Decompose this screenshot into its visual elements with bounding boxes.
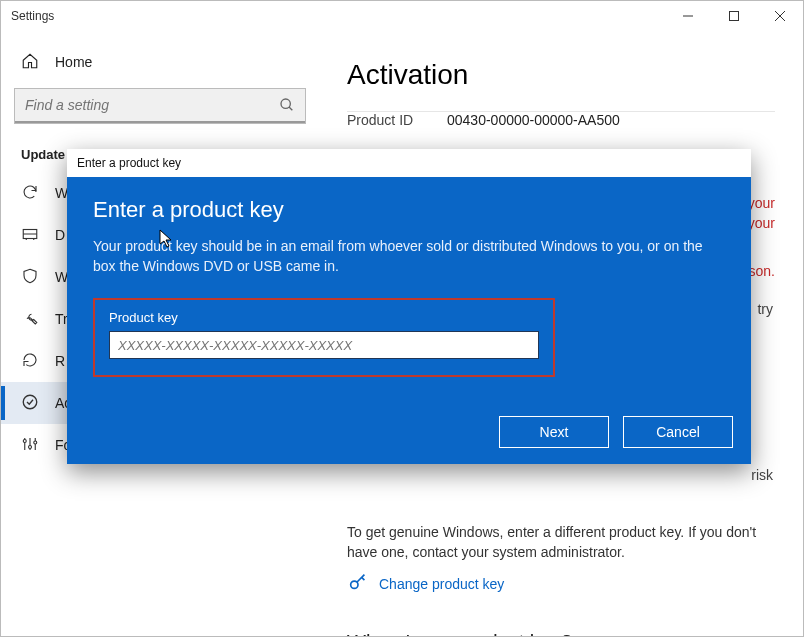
product-key-label: Product key (109, 310, 539, 325)
svg-line-5 (289, 107, 292, 110)
page-title: Activation (347, 59, 775, 91)
home-label: Home (55, 54, 92, 70)
titlebar: Settings (1, 1, 803, 31)
sync-icon (21, 183, 39, 204)
product-key-dialog: Enter a product key Enter a product key … (67, 149, 751, 464)
home-icon (21, 52, 39, 73)
wheres-heading: Where's my product key? (347, 631, 572, 636)
minimize-button[interactable] (665, 1, 711, 31)
key-icon (347, 571, 369, 596)
sidebar-item-label: Tr (55, 311, 68, 327)
window-controls (665, 1, 803, 31)
settings-window: Settings Home (0, 0, 804, 637)
error-text-fragment: your (748, 215, 775, 231)
error-text-fragment: your (748, 195, 775, 211)
maximize-button[interactable] (711, 1, 757, 31)
dialog-heading: Enter a product key (93, 197, 725, 223)
dialog-titlebar: Enter a product key (67, 149, 751, 177)
dialog-buttons: Next Cancel (499, 416, 733, 448)
dialog-description: Your product key should be in an email f… (93, 237, 725, 276)
text-fragment: try (757, 301, 773, 317)
cancel-button[interactable]: Cancel (623, 416, 733, 448)
search-wrap (15, 89, 305, 123)
recovery-icon (21, 351, 39, 372)
svg-point-8 (23, 439, 26, 442)
svg-point-9 (29, 445, 32, 448)
window-title: Settings (11, 9, 54, 23)
sidebar-item-label: D (55, 227, 65, 243)
product-id-value: 00430-00000-00000-AA500 (447, 112, 620, 128)
delivery-icon (21, 225, 39, 246)
sliders-icon (21, 435, 39, 456)
sidebar-home[interactable]: Home (1, 41, 319, 83)
check-icon (21, 393, 39, 414)
dialog-body: Enter a product key Your product key sho… (67, 177, 751, 377)
svg-point-4 (281, 99, 290, 108)
product-key-field-group: Product key (93, 298, 555, 377)
genuine-text: To get genuine Windows, enter a differen… (347, 523, 775, 562)
shield-icon (21, 267, 39, 288)
text-fragment: risk (751, 467, 773, 483)
svg-point-11 (351, 581, 358, 588)
search-input[interactable] (15, 89, 305, 123)
close-button[interactable] (757, 1, 803, 31)
svg-point-10 (34, 441, 37, 444)
product-id-row: Product ID 00430-00000-00000-AA500 (347, 112, 775, 128)
product-id-label: Product ID (347, 112, 447, 128)
next-button[interactable]: Next (499, 416, 609, 448)
wrench-icon (21, 309, 39, 330)
svg-point-7 (23, 395, 37, 409)
sidebar-item-label: R (55, 353, 65, 369)
search-icon (279, 97, 295, 116)
product-key-input[interactable] (109, 331, 539, 359)
change-product-key-label: Change product key (379, 576, 504, 592)
change-product-key-link[interactable]: Change product key (347, 571, 504, 596)
svg-rect-1 (730, 12, 739, 21)
